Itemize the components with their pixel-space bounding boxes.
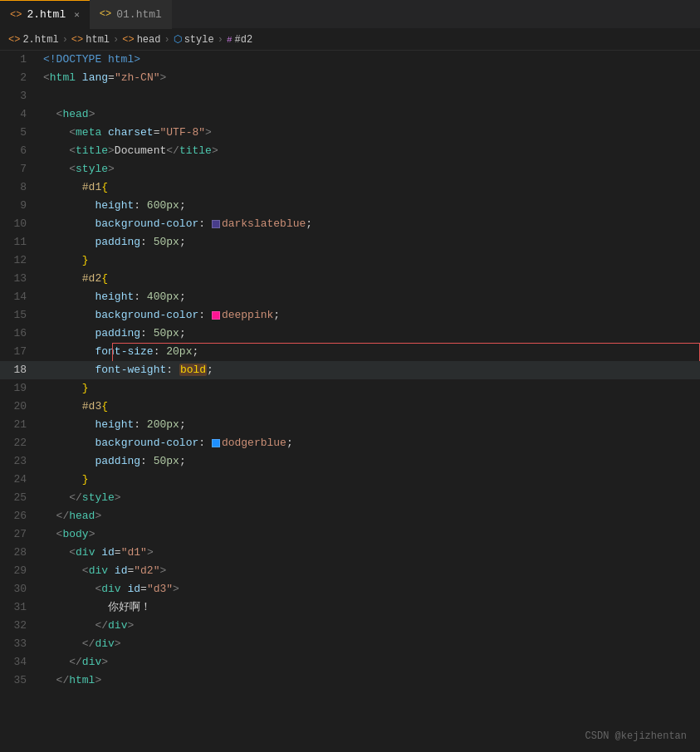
code-line-13: 13 #d2{ (0, 270, 700, 288)
watermark: CSDN @kejizhentan (585, 730, 687, 742)
code-line-27: 27 <body> (0, 525, 700, 544)
line-number-23: 23 (0, 452, 40, 471)
line-number-8: 8 (0, 178, 40, 197)
line-number-25: 25 (0, 489, 40, 507)
line-content-32: </div> (40, 617, 700, 635)
color-swatch-dodgerblue (212, 439, 220, 447)
bc-head-label: head (137, 34, 161, 46)
code-line-9: 9 height: 600px; (0, 197, 700, 215)
line-content-18: font-weight: bold; (40, 361, 700, 379)
code-line-28: 28 <div id="d1"> (0, 544, 700, 562)
line-number-11: 11 (0, 233, 40, 251)
code-line-22: 22 background-color: dodgerblue; (0, 434, 700, 452)
line-number-24: 24 (0, 471, 40, 489)
code-line-12: 12 } (0, 251, 700, 270)
line-number-12: 12 (0, 251, 40, 270)
line-content-12: } (40, 251, 700, 270)
code-line-35: 35 </html> (0, 671, 700, 690)
color-swatch-deeppink (212, 311, 220, 320)
line-number-6: 6 (0, 142, 40, 160)
line-content-22: background-color: dodgerblue; (40, 434, 700, 452)
line-number-5: 5 (0, 124, 40, 142)
line-content-10: background-color: darkslateblue; (40, 215, 700, 233)
line-number-17: 17 (0, 343, 40, 361)
code-line-29: 29 <div id="d2"> (0, 562, 700, 580)
bc-item-d2: # #d2 (227, 34, 252, 46)
line-number-21: 21 (0, 416, 40, 434)
color-swatch-darkslateblue (212, 220, 220, 228)
line-number-19: 19 (0, 379, 40, 398)
line-number-9: 9 (0, 197, 40, 215)
code-line-6: 6 <title>Document</title> (0, 142, 700, 160)
line-number-26: 26 (0, 507, 40, 525)
code-line-8: 8 #d1{ (0, 178, 700, 197)
bc-id-icon: # (227, 35, 233, 45)
code-line-15: 15 background-color: deeppink; (0, 306, 700, 325)
line-number-15: 15 (0, 306, 40, 325)
bc-file-label: 2.html (22, 34, 58, 46)
tab-bar: <> 2.html ✕ <> 01.html (0, 0, 700, 29)
line-number-28: 28 (0, 544, 40, 562)
code-line-25: 25 </style> (0, 489, 700, 507)
bc-d2-label: #d2 (235, 34, 253, 46)
line-content-34: </div> (40, 653, 700, 671)
line-number-20: 20 (0, 398, 40, 416)
line-content-29: <div id="d2"> (40, 562, 700, 580)
line-content-8: #d1{ (40, 178, 700, 197)
line-number-14: 14 (0, 288, 40, 306)
line-content-13: #d2{ (40, 270, 700, 288)
line-content-30: <div id="d3"> (40, 580, 700, 598)
html-icon: <> (10, 9, 22, 21)
line-content-23: padding: 50px; (40, 452, 700, 471)
code-line-19: 19 } (0, 379, 700, 398)
code-line-26: 26 </head> (0, 507, 700, 525)
code-line-21: 21 height: 200px; (0, 416, 700, 434)
code-line-2: 2 <html lang="zh-CN"> (0, 69, 700, 87)
line-content-31: 你好啊！ (40, 598, 700, 617)
line-content-3 (40, 87, 700, 105)
code-line-11: 11 padding: 50px; (0, 233, 700, 251)
code-line-23: 23 padding: 50px; (0, 452, 700, 471)
code-line-4: 4 <head> (0, 105, 700, 124)
code-line-7: 7 <style> (0, 160, 700, 178)
line-content-35: </html> (40, 671, 700, 690)
code-line-16: 16 padding: 50px; (0, 325, 700, 343)
line-number-22: 22 (0, 434, 40, 452)
code-line-1: 1 <!DOCTYPE html> (0, 51, 700, 69)
line-number-31: 31 (0, 598, 40, 617)
code-line-20: 20 #d3{ (0, 398, 700, 416)
bc-sep-1: › (62, 34, 68, 46)
line-content-24: } (40, 471, 700, 489)
line-number-18: 18 (0, 361, 40, 379)
tab-label-2html: 2.html (27, 8, 66, 21)
line-content-11: padding: 50px; (40, 233, 700, 251)
code-line-34: 34 </div> (0, 653, 700, 671)
tab-close-2html[interactable]: ✕ (74, 9, 80, 20)
line-number-29: 29 (0, 562, 40, 580)
line-number-16: 16 (0, 325, 40, 343)
bc-item-style: ⬡ style (174, 33, 214, 46)
code-line-14: 14 height: 400px; (0, 288, 700, 306)
line-number-34: 34 (0, 653, 40, 671)
line-content-6: <title>Document</title> (40, 142, 700, 160)
line-number-32: 32 (0, 617, 40, 635)
bc-head-icon: <> (122, 34, 134, 46)
tab-2html[interactable]: <> 2.html ✕ (0, 0, 90, 29)
code-line-32: 32 </div> (0, 617, 700, 635)
line-content-19: } (40, 379, 700, 398)
line-content-15: background-color: deeppink; (40, 306, 700, 325)
bc-style-label: style (184, 34, 214, 46)
breadcrumb: <> 2.html › <> html › <> head › ⬡ style … (0, 29, 700, 51)
line-content-27: <body> (40, 525, 700, 544)
tab-01html[interactable]: <> 01.html (90, 0, 172, 29)
line-content-28: <div id="d1"> (40, 544, 700, 562)
line-number-3: 3 (0, 87, 40, 105)
line-number-35: 35 (0, 671, 40, 690)
tab-label-01html: 01.html (116, 8, 162, 21)
code-line-10: 10 background-color: darkslateblue; (0, 215, 700, 233)
line-content-9: height: 600px; (40, 197, 700, 215)
line-content-1: <!DOCTYPE html> (40, 51, 700, 69)
code-line-18: 18 font-weight: bold; (0, 361, 700, 379)
bc-sep-2: › (113, 34, 119, 46)
line-content-25: </style> (40, 489, 700, 507)
